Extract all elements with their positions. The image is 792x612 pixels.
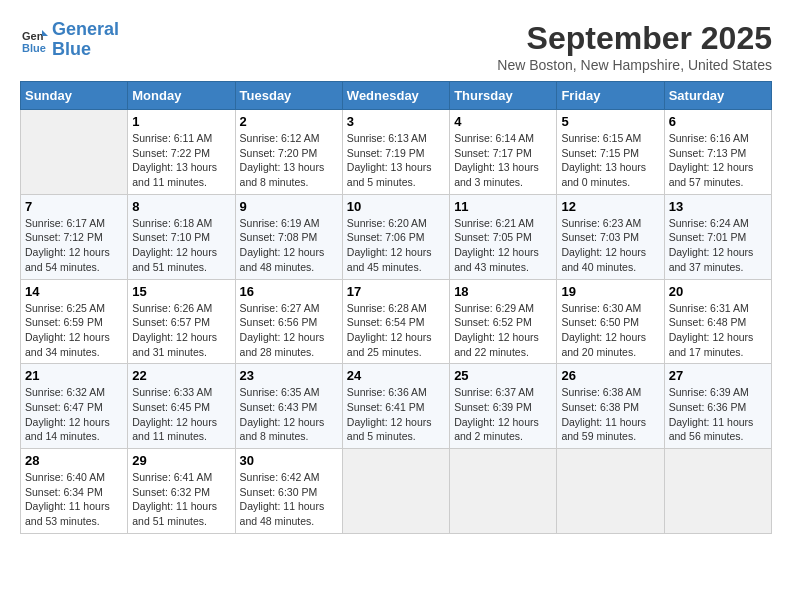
calendar-cell: 16Sunrise: 6:27 AM Sunset: 6:56 PM Dayli… [235, 279, 342, 364]
calendar-week-2: 7Sunrise: 6:17 AM Sunset: 7:12 PM Daylig… [21, 194, 772, 279]
location-subtitle: New Boston, New Hampshire, United States [497, 57, 772, 73]
calendar-cell: 1Sunrise: 6:11 AM Sunset: 7:22 PM Daylig… [128, 110, 235, 195]
day-number: 1 [132, 114, 230, 129]
cell-sun-info: Sunrise: 6:13 AM Sunset: 7:19 PM Dayligh… [347, 131, 445, 190]
day-number: 15 [132, 284, 230, 299]
day-number: 30 [240, 453, 338, 468]
cell-sun-info: Sunrise: 6:16 AM Sunset: 7:13 PM Dayligh… [669, 131, 767, 190]
cell-sun-info: Sunrise: 6:25 AM Sunset: 6:59 PM Dayligh… [25, 301, 123, 360]
logo-icon: Gen Blue [20, 26, 48, 54]
calendar-cell: 21Sunrise: 6:32 AM Sunset: 6:47 PM Dayli… [21, 364, 128, 449]
cell-sun-info: Sunrise: 6:37 AM Sunset: 6:39 PM Dayligh… [454, 385, 552, 444]
cell-sun-info: Sunrise: 6:19 AM Sunset: 7:08 PM Dayligh… [240, 216, 338, 275]
calendar-cell: 24Sunrise: 6:36 AM Sunset: 6:41 PM Dayli… [342, 364, 449, 449]
day-header-monday: Monday [128, 82, 235, 110]
day-number: 4 [454, 114, 552, 129]
calendar-cell: 27Sunrise: 6:39 AM Sunset: 6:36 PM Dayli… [664, 364, 771, 449]
day-number: 28 [25, 453, 123, 468]
cell-sun-info: Sunrise: 6:11 AM Sunset: 7:22 PM Dayligh… [132, 131, 230, 190]
day-header-sunday: Sunday [21, 82, 128, 110]
svg-text:Gen: Gen [22, 30, 44, 42]
cell-sun-info: Sunrise: 6:14 AM Sunset: 7:17 PM Dayligh… [454, 131, 552, 190]
day-number: 23 [240, 368, 338, 383]
calendar-cell [450, 449, 557, 534]
calendar-cell: 6Sunrise: 6:16 AM Sunset: 7:13 PM Daylig… [664, 110, 771, 195]
day-number: 18 [454, 284, 552, 299]
cell-sun-info: Sunrise: 6:32 AM Sunset: 6:47 PM Dayligh… [25, 385, 123, 444]
day-number: 13 [669, 199, 767, 214]
cell-sun-info: Sunrise: 6:21 AM Sunset: 7:05 PM Dayligh… [454, 216, 552, 275]
day-number: 20 [669, 284, 767, 299]
calendar-cell [21, 110, 128, 195]
day-number: 5 [561, 114, 659, 129]
cell-sun-info: Sunrise: 6:39 AM Sunset: 6:36 PM Dayligh… [669, 385, 767, 444]
calendar-cell: 7Sunrise: 6:17 AM Sunset: 7:12 PM Daylig… [21, 194, 128, 279]
day-number: 24 [347, 368, 445, 383]
month-title: September 2025 [497, 20, 772, 57]
calendar-cell: 2Sunrise: 6:12 AM Sunset: 7:20 PM Daylig… [235, 110, 342, 195]
day-number: 3 [347, 114, 445, 129]
calendar-cell: 28Sunrise: 6:40 AM Sunset: 6:34 PM Dayli… [21, 449, 128, 534]
calendar-cell: 14Sunrise: 6:25 AM Sunset: 6:59 PM Dayli… [21, 279, 128, 364]
day-number: 21 [25, 368, 123, 383]
day-header-wednesday: Wednesday [342, 82, 449, 110]
calendar-cell [557, 449, 664, 534]
day-number: 16 [240, 284, 338, 299]
cell-sun-info: Sunrise: 6:36 AM Sunset: 6:41 PM Dayligh… [347, 385, 445, 444]
calendar-cell: 19Sunrise: 6:30 AM Sunset: 6:50 PM Dayli… [557, 279, 664, 364]
calendar-week-5: 28Sunrise: 6:40 AM Sunset: 6:34 PM Dayli… [21, 449, 772, 534]
calendar-header-row: SundayMondayTuesdayWednesdayThursdayFrid… [21, 82, 772, 110]
calendar-cell [342, 449, 449, 534]
cell-sun-info: Sunrise: 6:18 AM Sunset: 7:10 PM Dayligh… [132, 216, 230, 275]
calendar-week-4: 21Sunrise: 6:32 AM Sunset: 6:47 PM Dayli… [21, 364, 772, 449]
calendar-cell: 8Sunrise: 6:18 AM Sunset: 7:10 PM Daylig… [128, 194, 235, 279]
cell-sun-info: Sunrise: 6:38 AM Sunset: 6:38 PM Dayligh… [561, 385, 659, 444]
day-header-saturday: Saturday [664, 82, 771, 110]
day-header-thursday: Thursday [450, 82, 557, 110]
cell-sun-info: Sunrise: 6:29 AM Sunset: 6:52 PM Dayligh… [454, 301, 552, 360]
cell-sun-info: Sunrise: 6:26 AM Sunset: 6:57 PM Dayligh… [132, 301, 230, 360]
calendar-cell: 20Sunrise: 6:31 AM Sunset: 6:48 PM Dayli… [664, 279, 771, 364]
calendar-cell: 3Sunrise: 6:13 AM Sunset: 7:19 PM Daylig… [342, 110, 449, 195]
cell-sun-info: Sunrise: 6:12 AM Sunset: 7:20 PM Dayligh… [240, 131, 338, 190]
calendar-cell: 26Sunrise: 6:38 AM Sunset: 6:38 PM Dayli… [557, 364, 664, 449]
calendar-body: 1Sunrise: 6:11 AM Sunset: 7:22 PM Daylig… [21, 110, 772, 534]
day-number: 29 [132, 453, 230, 468]
day-number: 6 [669, 114, 767, 129]
day-number: 9 [240, 199, 338, 214]
page-header: Gen Blue GeneralBlue September 2025 New … [20, 20, 772, 73]
calendar-cell: 11Sunrise: 6:21 AM Sunset: 7:05 PM Dayli… [450, 194, 557, 279]
day-number: 25 [454, 368, 552, 383]
calendar-week-3: 14Sunrise: 6:25 AM Sunset: 6:59 PM Dayli… [21, 279, 772, 364]
calendar-cell: 25Sunrise: 6:37 AM Sunset: 6:39 PM Dayli… [450, 364, 557, 449]
calendar-cell: 10Sunrise: 6:20 AM Sunset: 7:06 PM Dayli… [342, 194, 449, 279]
cell-sun-info: Sunrise: 6:42 AM Sunset: 6:30 PM Dayligh… [240, 470, 338, 529]
calendar-cell: 4Sunrise: 6:14 AM Sunset: 7:17 PM Daylig… [450, 110, 557, 195]
cell-sun-info: Sunrise: 6:27 AM Sunset: 6:56 PM Dayligh… [240, 301, 338, 360]
day-number: 7 [25, 199, 123, 214]
cell-sun-info: Sunrise: 6:30 AM Sunset: 6:50 PM Dayligh… [561, 301, 659, 360]
cell-sun-info: Sunrise: 6:35 AM Sunset: 6:43 PM Dayligh… [240, 385, 338, 444]
day-number: 26 [561, 368, 659, 383]
day-number: 27 [669, 368, 767, 383]
calendar-cell: 18Sunrise: 6:29 AM Sunset: 6:52 PM Dayli… [450, 279, 557, 364]
day-number: 19 [561, 284, 659, 299]
title-section: September 2025 New Boston, New Hampshire… [497, 20, 772, 73]
day-header-friday: Friday [557, 82, 664, 110]
day-number: 10 [347, 199, 445, 214]
calendar-cell: 23Sunrise: 6:35 AM Sunset: 6:43 PM Dayli… [235, 364, 342, 449]
day-header-tuesday: Tuesday [235, 82, 342, 110]
calendar-cell: 15Sunrise: 6:26 AM Sunset: 6:57 PM Dayli… [128, 279, 235, 364]
calendar-table: SundayMondayTuesdayWednesdayThursdayFrid… [20, 81, 772, 534]
cell-sun-info: Sunrise: 6:40 AM Sunset: 6:34 PM Dayligh… [25, 470, 123, 529]
calendar-week-1: 1Sunrise: 6:11 AM Sunset: 7:22 PM Daylig… [21, 110, 772, 195]
day-number: 2 [240, 114, 338, 129]
cell-sun-info: Sunrise: 6:15 AM Sunset: 7:15 PM Dayligh… [561, 131, 659, 190]
calendar-cell [664, 449, 771, 534]
calendar-cell: 22Sunrise: 6:33 AM Sunset: 6:45 PM Dayli… [128, 364, 235, 449]
calendar-cell: 30Sunrise: 6:42 AM Sunset: 6:30 PM Dayli… [235, 449, 342, 534]
cell-sun-info: Sunrise: 6:23 AM Sunset: 7:03 PM Dayligh… [561, 216, 659, 275]
cell-sun-info: Sunrise: 6:24 AM Sunset: 7:01 PM Dayligh… [669, 216, 767, 275]
cell-sun-info: Sunrise: 6:17 AM Sunset: 7:12 PM Dayligh… [25, 216, 123, 275]
svg-text:Blue: Blue [22, 42, 46, 54]
